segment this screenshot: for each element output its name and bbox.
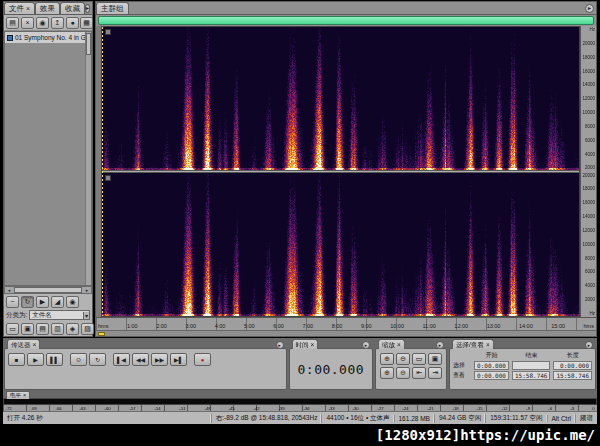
zoom-out-full-button[interactable]: ▭ xyxy=(412,353,426,365)
level-scale-tick: -24 xyxy=(403,405,409,410)
scroll-position-chip[interactable] xyxy=(98,332,105,336)
panel-menu-icon[interactable]: ▸ xyxy=(585,4,594,13)
panel-menu-icon[interactable]: ▸ xyxy=(362,341,370,349)
stop-button[interactable]: ■ xyxy=(8,353,25,366)
spectral-display[interactable]: Hz20000180001600014000120001000080006000… xyxy=(96,26,596,317)
frequency-tick: 12000 xyxy=(582,228,595,233)
tab-zoom[interactable]: 缩放 × xyxy=(378,339,405,349)
tab-files[interactable]: 文件 × xyxy=(4,2,35,14)
zoom-to-selection-right-button[interactable]: ⇥ xyxy=(428,367,442,379)
zoom-to-selection-left-button[interactable]: ⇤ xyxy=(412,367,426,379)
close-icon[interactable]: × xyxy=(23,392,26,399)
tab-effects[interactable]: 效果 xyxy=(35,2,60,14)
loop-mode-button[interactable]: ↻ xyxy=(21,296,34,308)
show-midi-files-icon[interactable]: ▥ xyxy=(51,323,64,335)
fast-forward-button[interactable]: ▶▶ xyxy=(151,353,168,366)
watermark: [1280x912]https://upic.me/ xyxy=(376,427,595,443)
timeline-tick: 2:00 xyxy=(156,323,167,329)
auto-play-knob-icon[interactable]: ◉ xyxy=(66,296,79,308)
right-channel-canvas[interactable] xyxy=(102,173,579,316)
file-list-hscrollbar[interactable]: ◂ ▸ xyxy=(4,286,92,294)
panel-menu-icon[interactable]: ▸ xyxy=(585,341,593,349)
view-start-field[interactable]: 0:00.000 xyxy=(474,371,509,380)
zoom-in-horizontal-button[interactable]: ⊕ xyxy=(380,353,394,365)
tab-transport[interactable]: 传送器 × xyxy=(7,339,40,349)
navigator-range[interactable] xyxy=(98,16,594,25)
close-icon[interactable]: × xyxy=(311,340,315,349)
scrollbar-thumb[interactable] xyxy=(86,33,91,55)
zoom-out-horizontal-button[interactable]: ⊖ xyxy=(396,353,410,365)
timeline-tick: 13:00 xyxy=(487,323,501,329)
panel-menu-icon[interactable]: ▸ xyxy=(276,341,284,349)
file-list[interactable]: 01 Symphony No. 4 in G maj xyxy=(4,31,92,286)
sort-select[interactable]: 文件名 ▾ xyxy=(29,310,90,320)
go-to-end-button[interactable]: ▶▌ xyxy=(170,353,187,366)
frequency-tick: 10000 xyxy=(582,242,595,247)
tab-time[interactable]: 时间 × xyxy=(292,339,319,349)
play-from-cursor-button[interactable]: ⊙ xyxy=(70,353,87,366)
sort-row: 分类为: 文件名 ▾ xyxy=(4,309,92,321)
zoom-navigator[interactable] xyxy=(96,15,596,26)
tab-main-group[interactable]: 主群组 xyxy=(96,2,129,14)
go-to-beginning-button[interactable]: ▌◀ xyxy=(113,353,130,366)
close-file-icon[interactable]: × xyxy=(21,17,34,29)
close-icon[interactable]: × xyxy=(486,340,490,349)
tab-favorites[interactable]: 收藏 xyxy=(60,2,85,14)
file-options-icon[interactable]: ● xyxy=(66,17,79,29)
view-end-field[interactable]: 15:58.746 xyxy=(512,371,551,380)
time-display[interactable]: 0:00.000 xyxy=(290,349,373,389)
zoom-panel: 缩放 × ▸ ⊕⊖▭▣⊕⊖⇤⇥ xyxy=(375,348,447,390)
show-loop-files-icon[interactable]: ▣ xyxy=(21,323,34,335)
close-icon[interactable]: × xyxy=(33,340,37,349)
scroll-right-icon[interactable]: ▸ xyxy=(83,287,91,294)
record-button[interactable]: ● xyxy=(194,353,211,366)
spectrogram-column[interactable] xyxy=(101,26,580,317)
selection-length-field[interactable]: 0:00.000 xyxy=(553,361,592,370)
selection-end-field[interactable] xyxy=(512,361,551,370)
timeline-tick: 3:00 xyxy=(185,323,196,329)
zoom-out-vertical-button[interactable]: ⊖ xyxy=(396,367,410,379)
frequency-tick: 18000 xyxy=(582,187,595,192)
file-list-vscrollbar[interactable] xyxy=(85,32,91,285)
close-icon[interactable]: × xyxy=(397,340,401,349)
panel-menu-icon[interactable]: ▸ xyxy=(436,341,444,349)
scroll-left-icon[interactable]: ◂ xyxy=(5,287,13,294)
chevron-down-icon[interactable]: ▾ xyxy=(83,312,89,319)
tab-level[interactable]: 电平 × xyxy=(6,391,30,399)
right-channel-spectrogram[interactable] xyxy=(102,173,579,316)
file-item[interactable]: 01 Symphony No. 4 in G maj xyxy=(5,32,91,43)
frequency-ruler[interactable]: Hz20000180001600014000120001000080006000… xyxy=(580,26,596,317)
open-folder-icon[interactable]: ▨ xyxy=(81,323,94,335)
main-group-panel: 主群组 ▸ H xyxy=(95,1,597,337)
close-icon[interactable]: × xyxy=(26,5,30,13)
left-channel-canvas[interactable] xyxy=(102,27,579,170)
zoom-to-selection-button[interactable]: ▣ xyxy=(428,353,442,365)
pause-button[interactable]: ▌▌ xyxy=(46,353,63,366)
zoom-in-vertical-button[interactable]: ⊕ xyxy=(380,367,394,379)
play-button[interactable]: ▶ xyxy=(27,353,44,366)
follow-session-icon[interactable]: ◈ xyxy=(66,323,79,335)
frequency-tick: 6000 xyxy=(585,270,595,275)
show-video-files-icon[interactable]: ▤ xyxy=(36,323,49,335)
import-file-icon[interactable]: ▤ xyxy=(6,17,19,29)
playhead[interactable] xyxy=(102,27,103,316)
play-looped-button[interactable]: ↻ xyxy=(89,353,106,366)
preview-play-button[interactable]: ▶ xyxy=(36,296,49,308)
scrollbar-thumb[interactable] xyxy=(14,287,82,293)
level-scale-tick: -15 xyxy=(477,405,483,410)
view-length-field[interactable]: 15:58.746 xyxy=(553,371,592,380)
level-meter[interactable] xyxy=(3,398,597,405)
timeline-ruler[interactable]: hms1:002:003:004:005:006:007:008:009:001… xyxy=(96,317,596,330)
tab-selection-view[interactable]: 选择/查看 × xyxy=(452,339,494,349)
import-icon[interactable]: ↥ xyxy=(51,17,64,29)
insert-into-multitrack-icon[interactable]: ▦ xyxy=(80,17,93,29)
show-audio-files-icon[interactable]: ▭ xyxy=(6,323,19,335)
bottom-panels-row: 传送器 × ▸ ■▶▌▌⊙↻▌◀◀◀▶▶▶▌● 时间 × ▸ 0:00.000 … xyxy=(3,338,597,391)
extract-cd-audio-icon[interactable]: ◉ xyxy=(36,17,49,29)
panel-menu-icon[interactable]: ▸ xyxy=(85,4,90,13)
selection-start-field[interactable]: 0:00.000 xyxy=(474,361,509,370)
rewind-button[interactable]: ◀◀ xyxy=(132,353,149,366)
left-channel-spectrogram[interactable] xyxy=(102,27,579,170)
preview-volume-icon[interactable]: ◢ xyxy=(51,296,64,308)
edit-icon[interactable]: ~ xyxy=(6,296,19,308)
